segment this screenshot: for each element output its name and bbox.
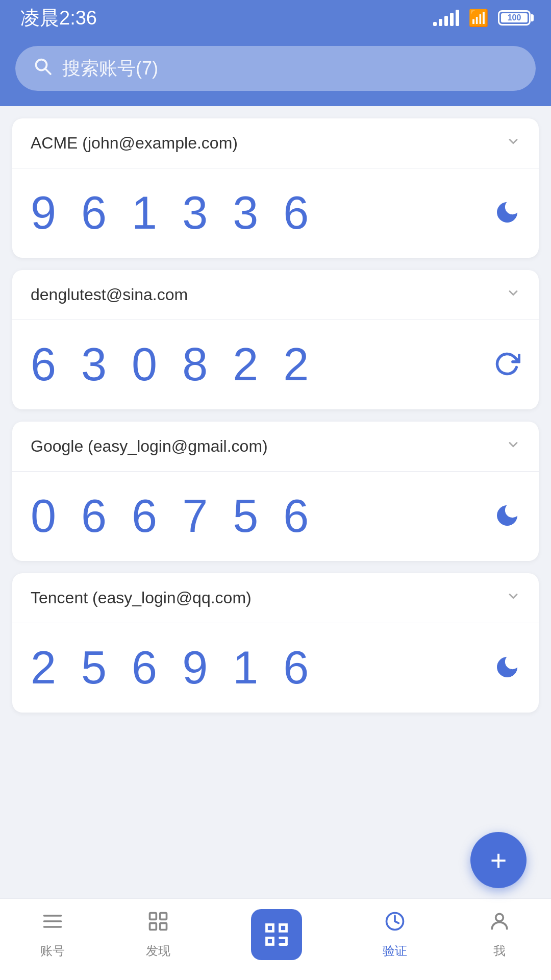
account-name: denglutest@sina.com [31, 285, 188, 304]
account-card-google: Google (easy_login@gmail.com) 0 6 6 7 5 … [12, 422, 539, 561]
account-header[interactable]: Tencent (easy_login@qq.com) [12, 573, 539, 623]
chevron-down-icon [506, 134, 520, 152]
chevron-down-icon [506, 286, 520, 304]
otp-code: 0 6 6 7 5 6 [31, 490, 315, 543]
bottom-nav: 账号 发现 [0, 898, 551, 980]
main-content: ACME (john@example.com) 9 6 1 3 3 6 deng… [0, 106, 551, 888]
moon-icon [494, 502, 520, 529]
otp-code: 2 5 6 9 1 6 [31, 642, 315, 694]
svg-rect-11 [266, 938, 273, 944]
account-card-sina: denglutest@sina.com 6 3 0 8 2 2 [12, 270, 539, 409]
nav-item-account[interactable]: 账号 [40, 910, 65, 959]
battery-icon: 100 [498, 10, 531, 26]
add-button[interactable]: + [470, 832, 527, 888]
account-name: ACME (john@example.com) [31, 134, 238, 153]
moon-icon [494, 654, 520, 680]
account-code-row: 6 3 0 8 2 2 [12, 320, 539, 409]
scan-icon [263, 921, 290, 948]
nav-item-discover[interactable]: 发现 [146, 910, 170, 959]
account-name: Google (easy_login@gmail.com) [31, 437, 268, 456]
account-code-row: 0 6 6 7 5 6 [12, 472, 539, 561]
account-header[interactable]: Google (easy_login@gmail.com) [12, 422, 539, 472]
verify-nav-icon [384, 910, 406, 938]
search-bar-container: 搜索账号(7) [0, 36, 551, 106]
code-status-icon[interactable] [494, 351, 520, 379]
search-icon [34, 57, 52, 80]
refresh-icon [494, 351, 520, 377]
code-status-icon[interactable] [494, 199, 520, 228]
svg-rect-5 [149, 913, 156, 919]
svg-line-1 [45, 69, 51, 74]
account-code-row: 9 6 1 3 3 6 [12, 168, 539, 258]
account-code-row: 2 5 6 9 1 6 [12, 623, 539, 713]
verify-nav-label: 验证 [383, 943, 407, 959]
account-nav-label: 账号 [40, 943, 65, 959]
scan-button[interactable] [251, 909, 302, 960]
svg-rect-7 [149, 923, 156, 929]
chevron-down-icon [506, 437, 520, 455]
account-card-acme: ACME (john@example.com) 9 6 1 3 3 6 [12, 118, 539, 258]
code-status-icon[interactable] [494, 502, 520, 531]
account-name: Tencent (easy_login@qq.com) [31, 589, 252, 607]
status-icons: 📶 100 [433, 8, 531, 28]
add-icon: + [490, 844, 507, 877]
me-nav-label: 我 [493, 943, 506, 959]
svg-rect-10 [280, 924, 286, 931]
nav-item-me[interactable]: 我 [488, 910, 511, 959]
svg-rect-6 [160, 913, 166, 919]
code-status-icon[interactable] [494, 654, 520, 682]
nav-item-verify[interactable]: 验证 [383, 910, 407, 959]
svg-rect-8 [160, 923, 166, 929]
svg-point-16 [495, 914, 503, 921]
svg-rect-9 [266, 924, 273, 931]
moon-icon [494, 199, 520, 226]
status-time: 凌晨2:36 [20, 5, 97, 31]
chevron-down-icon [506, 589, 520, 607]
me-nav-icon [488, 910, 511, 938]
account-header[interactable]: ACME (john@example.com) [12, 118, 539, 168]
otp-code: 6 3 0 8 2 2 [31, 338, 315, 391]
discover-nav-label: 发现 [146, 943, 170, 959]
discover-nav-icon [147, 910, 169, 938]
search-placeholder: 搜索账号(7) [62, 56, 158, 81]
account-header[interactable]: denglutest@sina.com [12, 270, 539, 320]
otp-code: 9 6 1 3 3 6 [31, 187, 315, 239]
signal-icon [433, 10, 459, 26]
account-nav-icon [41, 910, 64, 938]
account-card-tencent: Tencent (easy_login@qq.com) 2 5 6 9 1 6 [12, 573, 539, 713]
wifi-icon: 📶 [468, 8, 489, 28]
nav-item-scan[interactable] [251, 909, 302, 960]
search-bar[interactable]: 搜索账号(7) [15, 46, 536, 91]
status-bar: 凌晨2:36 📶 100 [0, 0, 551, 36]
